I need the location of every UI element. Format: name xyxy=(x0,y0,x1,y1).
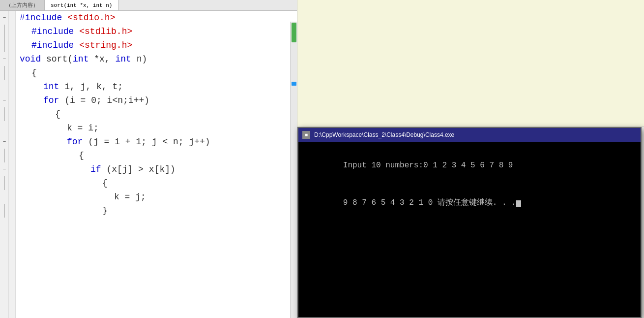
token: <stdio.h> xyxy=(67,11,115,25)
fold-marker-6: . xyxy=(0,80,9,94)
token: { xyxy=(102,176,108,190)
vertical-scrollbar[interactable] xyxy=(290,22,297,318)
token: int xyxy=(115,52,131,66)
code-line-15: } xyxy=(20,204,297,218)
fold-line-8 xyxy=(0,107,9,121)
token: { xyxy=(31,66,37,80)
token: for xyxy=(43,94,59,107)
token: #include xyxy=(20,11,62,25)
code-line-4: void sort( int *x, int n) xyxy=(20,52,297,66)
code-line-2: #include <stdlib.h> xyxy=(20,25,297,38)
console-line-1: Input 10 numbers:0 1 2 3 4 5 6 7 8 9 xyxy=(305,147,634,185)
fold-line-5 xyxy=(0,66,9,80)
token: int xyxy=(73,52,88,66)
gutter xyxy=(9,11,16,318)
console-icon: ■ xyxy=(302,131,310,139)
fold-line-2 xyxy=(0,25,9,38)
token xyxy=(74,38,79,52)
tab-sort[interactable]: sort(int *x, int n) xyxy=(45,0,118,10)
token: { xyxy=(79,149,84,162)
code-lines[interactable]: #include <stdio.h> #include <stdlib.h> #… xyxy=(16,11,297,318)
fold-line-11 xyxy=(0,149,9,162)
console-cursor xyxy=(516,200,521,207)
console-body: Input 10 numbers:0 1 2 3 4 5 6 7 8 9 9 8… xyxy=(298,142,641,317)
fold-marker-4[interactable]: − xyxy=(0,52,9,66)
code-line-1: #include <stdio.h> xyxy=(20,11,297,25)
token: (x[j] > x[k]) xyxy=(101,162,176,176)
code-editor: （上方内容） sort(int *x, int n) − − . xyxy=(0,0,297,318)
code-line-9: k = i; xyxy=(20,121,297,135)
token: *x, xyxy=(88,52,115,66)
tab-bar: （上方内容） sort(int *x, int n) xyxy=(0,0,297,11)
token: #include xyxy=(31,38,74,52)
code-line-10: for (j = i + 1; j < n; j++) xyxy=(20,135,297,149)
token: { xyxy=(55,107,60,121)
console-window[interactable]: ■ D:\CppWorkspace\Class_2\Class4\Debug\C… xyxy=(297,127,642,318)
fold-marker-10[interactable]: − xyxy=(0,135,9,149)
fold-line-15 xyxy=(0,204,9,218)
code-area: − − . − . − xyxy=(0,11,297,318)
fold-line-13 xyxy=(0,176,9,190)
fold-column: − − . − . − xyxy=(0,11,9,318)
token xyxy=(62,11,67,25)
fold-marker-7[interactable]: − xyxy=(0,94,9,107)
token-int: int xyxy=(43,80,59,94)
token: k = j; xyxy=(114,190,146,204)
scrollbar-thumb[interactable] xyxy=(292,23,296,42)
code-line-6: int i, j, k, t; xyxy=(20,80,297,94)
token: void xyxy=(20,52,41,66)
console-titlebar: ■ D:\CppWorkspace\Class_2\Class4\Debug\C… xyxy=(298,128,641,142)
token: #include xyxy=(31,25,74,38)
code-line-12: if (x[j] > x[k]) xyxy=(20,162,297,176)
fold-marker-1[interactable]: − xyxy=(0,11,9,25)
token: i, j, k, t; xyxy=(59,80,123,94)
code-line-13: { xyxy=(20,176,297,190)
console-title: D:\CppWorkspace\Class_2\Class4\Debug\Cla… xyxy=(314,131,637,138)
token: (j = i + 1; j < n; j++) xyxy=(83,135,210,149)
right-panel xyxy=(297,0,644,127)
token xyxy=(74,25,79,38)
token: <string.h> xyxy=(79,38,132,52)
token: (i = 0; i<n;i++) xyxy=(59,94,149,107)
scrollbar-position[interactable] xyxy=(292,82,296,86)
token: <stdlib.h> xyxy=(79,25,132,38)
token: n) xyxy=(131,52,147,66)
fold-marker-14: . xyxy=(0,190,9,204)
fold-marker-9: . xyxy=(0,121,9,135)
token: k = i; xyxy=(67,121,99,135)
token: for xyxy=(67,135,83,149)
token: } xyxy=(102,204,108,218)
code-line-8: { xyxy=(20,107,297,121)
code-line-11: { xyxy=(20,149,297,162)
fold-marker-12[interactable]: − xyxy=(0,162,9,176)
token: if xyxy=(90,162,101,176)
token: sort( xyxy=(41,52,73,66)
code-line-3: #include <string.h> xyxy=(20,38,297,52)
code-line-14: k = j; xyxy=(20,190,297,204)
code-line-5: { xyxy=(20,66,297,80)
tab-previous[interactable]: （上方内容） xyxy=(0,0,45,10)
code-line-7: for (i = 0; i<n;i++) xyxy=(20,94,297,107)
fold-line-3 xyxy=(0,38,9,52)
console-line-2: 9 8 7 6 5 4 3 2 1 0 请按任意键继续. . . xyxy=(305,185,634,223)
main-container: （上方内容） sort(int *x, int n) − − . xyxy=(0,0,644,318)
